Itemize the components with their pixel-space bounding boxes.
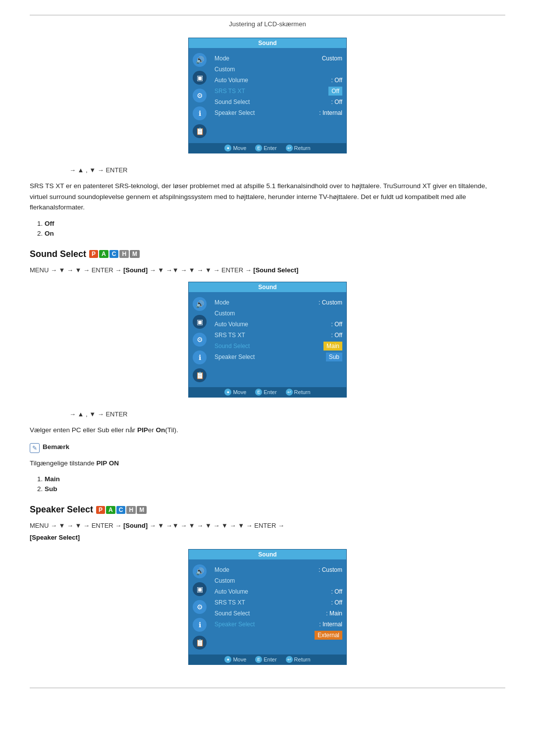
srs-menu-screenshot: Sound 🔊 ▣ ⚙ ℹ 📋 Mode Custom Custom bbox=[188, 38, 347, 153]
icon-extra: 📋 bbox=[193, 124, 207, 138]
bemaerk-content: Bemærk bbox=[43, 443, 69, 451]
badge-sp-c: C bbox=[116, 506, 126, 514]
menu-row: Speaker Select : Internal bbox=[214, 107, 342, 118]
return-icon-ss: ↩ bbox=[286, 389, 293, 396]
list-item-on: On bbox=[45, 230, 54, 237]
list-item-off: Off bbox=[45, 220, 54, 227]
sound-select-title: Sound Select bbox=[30, 249, 86, 259]
bemaerk-label: Bemærk bbox=[43, 443, 69, 451]
footer-enter-ss: E Enter bbox=[255, 389, 276, 396]
menu-row: Auto Volume : Off bbox=[214, 75, 342, 86]
menu-footer-ss: ● Move E Enter ↩ Return bbox=[189, 387, 346, 397]
menu-body-srs: 🔊 ▣ ⚙ ℹ 📋 Mode Custom Custom bbox=[189, 48, 346, 143]
header-title: Justering af LCD-skærmen bbox=[229, 20, 306, 28]
sound-select-nav-formula: MENU → ▼ → ▼ → ENTER → [Sound] → ▼ →▼ → … bbox=[30, 264, 505, 276]
sound-select-body-text: Vælger enten PC eller Sub eller når PIPe… bbox=[30, 425, 505, 436]
icon-extra-ss: 📋 bbox=[193, 368, 207, 382]
footer-return-spk: ↩ Return bbox=[286, 656, 311, 663]
footer-move: ● Move bbox=[224, 145, 246, 151]
return-icon: ↩ bbox=[286, 145, 293, 151]
footer-return: ↩ Return bbox=[286, 145, 311, 151]
bemaerk-icon: ✎ bbox=[30, 443, 40, 453]
speaker-select-nav-formula: MENU → ▼ → ▼ → ENTER → [Sound] → ▼ →▼ → … bbox=[30, 520, 505, 543]
menu-row: Custom bbox=[214, 64, 342, 75]
icon-display-ss: ▣ bbox=[193, 315, 207, 329]
menu-row: Sound Select : Off bbox=[214, 97, 342, 107]
menu-row: Mode Custom bbox=[214, 53, 342, 64]
footer-enter-spk: E Enter bbox=[255, 656, 276, 663]
menu-body-spk: 🔊 ▣ ⚙ ℹ 📋 Mode : Custom Custom bbox=[189, 559, 346, 655]
page-wrapper: Justering af LCD-skærmen Sound 🔊 ▣ ⚙ ℹ 📋… bbox=[0, 0, 535, 756]
speaker-select-heading: Speaker Select P A C H M bbox=[30, 504, 505, 515]
list-item: Off bbox=[45, 220, 505, 227]
menu-row-ss: Auto Volume : Off bbox=[214, 319, 342, 330]
menu-icons: 🔊 ▣ ⚙ ℹ 📋 bbox=[189, 51, 211, 140]
enter-icon-spk: E bbox=[255, 656, 262, 663]
speaker-select-badges: P A C H M bbox=[96, 506, 147, 514]
bemaerk-box: ✎ Bemærk bbox=[30, 443, 505, 453]
move-icon: ● bbox=[224, 145, 231, 151]
icon-settings-ss: ⚙ bbox=[193, 333, 207, 347]
icon-sound: 🔊 bbox=[193, 53, 207, 67]
menu-icons-spk: 🔊 ▣ ⚙ ℹ 📋 bbox=[189, 562, 211, 652]
icon-info-ss: ℹ bbox=[193, 351, 207, 364]
badge-c: C bbox=[109, 250, 119, 258]
icon-extra-spk: 📋 bbox=[193, 636, 207, 650]
badge-p: P bbox=[89, 250, 98, 258]
menu-row-ss: Speaker Select Sub bbox=[214, 352, 342, 362]
menu-row-ss: Mode : Custom bbox=[214, 297, 342, 308]
speaker-select-title: Speaker Select bbox=[30, 504, 93, 515]
icon-info: ℹ bbox=[193, 106, 207, 120]
icon-sound-spk: 🔊 bbox=[193, 564, 207, 578]
pip-on-bold: PIP ON bbox=[97, 459, 119, 467]
icon-sound-ss: 🔊 bbox=[193, 297, 207, 311]
footer-enter: E Enter bbox=[255, 145, 276, 151]
menu-title-bar-spk: Sound bbox=[189, 550, 346, 559]
menu-row-ss: SRS TS XT : Off bbox=[214, 330, 342, 341]
list-item-sub: Sub bbox=[45, 485, 505, 493]
move-icon-spk: ● bbox=[224, 656, 231, 663]
menu-rows-srs: Mode Custom Custom Auto Volume : Off SRS… bbox=[211, 51, 346, 140]
enter-icon-ss: E bbox=[255, 389, 262, 396]
menu-footer-spk: ● Move E Enter ↩ Return bbox=[189, 655, 346, 664]
menu-body-ss: 🔊 ▣ ⚙ ℹ 📋 Mode : Custom Custom bbox=[189, 292, 346, 387]
icon-display: ▣ bbox=[193, 71, 207, 85]
menu-row-spk: Sound Select : Main bbox=[214, 608, 342, 619]
srs-body-text: SRS TS XT er en patenteret SRS-teknologi… bbox=[30, 181, 505, 213]
bemaerk-text: Tilgængelige tilstande PIP ON bbox=[30, 458, 505, 469]
badge-a: A bbox=[99, 250, 108, 258]
srs-menu-container: Sound 🔊 ▣ ⚙ ℹ 📋 Mode Custom Custom bbox=[30, 38, 505, 161]
menu-rows-ss: Mode : Custom Custom Auto Volume : Off S… bbox=[211, 295, 346, 384]
badge-m: M bbox=[130, 250, 140, 258]
menu-row-spk: Custom bbox=[214, 575, 342, 586]
menu-row-speakerselect: Speaker Select : Internal bbox=[214, 619, 342, 630]
menu-footer-srs: ● Move E Enter ↩ Return bbox=[189, 143, 346, 153]
menu-row-spk: Auto Volume : Off bbox=[214, 586, 342, 597]
pip-bold: PIP bbox=[137, 426, 148, 434]
speaker-select-menu-container: Sound 🔊 ▣ ⚙ ℹ 📋 Mode : Custom Custom bbox=[30, 549, 505, 673]
on-bold: On bbox=[156, 426, 165, 434]
icon-settings-spk: ⚙ bbox=[193, 600, 207, 614]
menu-row-ss: Custom bbox=[214, 308, 342, 319]
srs-list: Off On bbox=[45, 220, 505, 237]
sound-select-list: Main Sub bbox=[45, 475, 505, 493]
menu-icons-ss: 🔊 ▣ ⚙ ℹ 📋 bbox=[189, 295, 211, 384]
sound-select-nav-text: → ▲ , ▼ → ENTER bbox=[69, 410, 505, 418]
badge-sp-m: M bbox=[137, 506, 147, 514]
icon-display-spk: ▣ bbox=[193, 582, 207, 596]
footer-move-spk: ● Move bbox=[224, 656, 246, 663]
menu-title-bar-srs: Sound bbox=[189, 38, 346, 48]
badge-h: H bbox=[119, 250, 129, 258]
list-item-main: Main bbox=[45, 475, 505, 483]
menu-row-soundselect: Sound Select Main bbox=[214, 341, 342, 352]
bottom-rule bbox=[30, 688, 505, 688]
enter-icon: E bbox=[255, 145, 262, 151]
badge-sp-a: A bbox=[106, 506, 115, 514]
sound-select-heading: Sound Select P A C H M bbox=[30, 249, 505, 259]
menu-row-srstsxt: SRS TS XT Off bbox=[214, 86, 342, 97]
icon-info-spk: ℹ bbox=[193, 618, 207, 632]
badge-sp-p: P bbox=[96, 506, 105, 514]
speaker-select-menu-screenshot: Sound 🔊 ▣ ⚙ ℹ 📋 Mode : Custom Custom bbox=[188, 549, 347, 665]
return-icon-spk: ↩ bbox=[286, 656, 293, 663]
page-header: Justering af LCD-skærmen bbox=[30, 20, 505, 28]
